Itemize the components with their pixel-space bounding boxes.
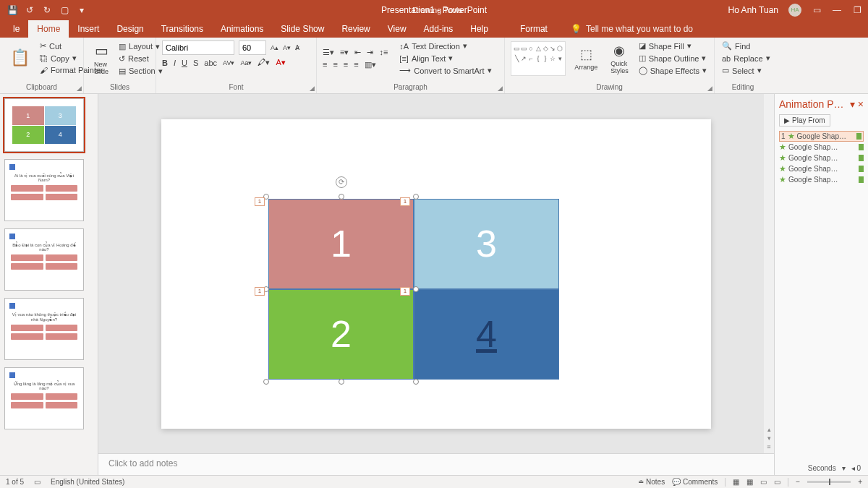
paragraph-dialog-icon[interactable]: ◢: [498, 85, 503, 92]
anim-tag[interactable]: 1: [255, 197, 265, 206]
cell-2[interactable]: 2: [268, 289, 414, 380]
case-button[interactable]: Aa▾: [240, 59, 252, 67]
handle[interactable]: [263, 379, 269, 385]
clipboard-dialog-icon[interactable]: ◢: [77, 85, 82, 92]
shape-effects-button[interactable]: ◯ Shape Effects ▾: [637, 65, 708, 76]
spellcheck-icon[interactable]: ▭: [34, 478, 41, 486]
qat-dropdown-icon[interactable]: ▾: [77, 5, 87, 15]
anim-tag[interactable]: 1: [400, 287, 410, 296]
tab-file[interactable]: le: [4, 20, 28, 38]
tab-view[interactable]: View: [379, 20, 415, 38]
handle[interactable]: [339, 379, 344, 385]
replace-button[interactable]: ab Replace ▾: [720, 53, 765, 64]
anim-item-3[interactable]: ★Google Shap…: [779, 153, 864, 163]
thumbnail-1[interactable]: 1 3 2 4: [4, 98, 84, 152]
italic-button[interactable]: I: [174, 59, 176, 67]
arrange-button[interactable]: ⬚Arrange: [570, 45, 602, 72]
paste-button[interactable]: 📋: [6, 47, 34, 69]
strike-button[interactable]: abc: [204, 59, 217, 67]
cell-3[interactable]: 3: [414, 199, 559, 289]
grow-font-icon[interactable]: A▴: [271, 44, 278, 51]
thumbnail-2[interactable]: Ai là vị vua cuối cùng của Việt Nam?: [4, 159, 84, 221]
save-icon[interactable]: 💾: [7, 5, 17, 15]
anim-tag[interactable]: 1: [400, 197, 410, 206]
font-select[interactable]: [162, 40, 234, 55]
clear-format-icon[interactable]: A̷: [295, 44, 299, 51]
highlight-button[interactable]: 🖍▾: [258, 58, 270, 67]
tab-addins[interactable]: Add-ins: [415, 20, 462, 38]
zoom-out-icon[interactable]: −: [796, 478, 800, 486]
avatar[interactable]: HA: [788, 4, 801, 17]
justify-button[interactable]: ≡: [354, 60, 358, 69]
align-text-button[interactable]: [≡] Align Text ▾: [398, 53, 493, 64]
minimize-icon[interactable]: —: [832, 5, 842, 15]
tab-format[interactable]: Format: [511, 20, 556, 38]
tab-slideshow[interactable]: Slide Show: [272, 20, 333, 38]
language[interactable]: English (United States): [51, 478, 124, 486]
close-icon[interactable]: ▾ ×: [850, 98, 864, 110]
new-slide-button[interactable]: ▭New Slide: [90, 40, 113, 77]
thumbnail-4[interactable]: Vị vua nào không thuộc triều đại nhà Ngu…: [4, 298, 84, 360]
anim-item-5[interactable]: ★Google Shap…: [779, 174, 864, 185]
shrink-font-icon[interactable]: A▾: [283, 44, 291, 51]
smartart-button[interactable]: ⟶ Convert to SmartArt ▾: [398, 65, 493, 76]
undo-icon[interactable]: ↺: [25, 5, 35, 15]
comments-toggle[interactable]: 💬 Comments: [672, 478, 718, 486]
zoom-slider[interactable]: [807, 481, 851, 483]
font-size[interactable]: [239, 40, 266, 55]
restore-icon[interactable]: ❐: [852, 5, 862, 15]
thumbnail-3[interactable]: Bảo Đại là con của vị Hoàng đế nào?: [4, 228, 84, 291]
slideshow-view-icon[interactable]: ▭: [774, 478, 780, 486]
tab-animations[interactable]: Animations: [212, 20, 272, 38]
numbering-button[interactable]: ≡▾: [340, 48, 349, 57]
indent-dec-button[interactable]: ⇤: [354, 48, 361, 57]
reorder-up-icon[interactable]: ◂ 0: [851, 464, 861, 472]
rotate-handle[interactable]: ⟳: [336, 176, 347, 188]
tab-home[interactable]: Home: [28, 20, 69, 38]
anim-item-4[interactable]: ★Google Shap…: [779, 163, 864, 174]
handle[interactable]: [413, 379, 419, 385]
start-icon[interactable]: ▢: [59, 5, 69, 15]
find-button[interactable]: 🔍 Find: [720, 40, 765, 51]
notes-toggle[interactable]: ≐ Notes: [638, 478, 665, 486]
spacing-button[interactable]: AV▾: [223, 59, 234, 67]
columns-button[interactable]: ▥▾: [365, 60, 376, 69]
bullets-button[interactable]: ☰▾: [323, 48, 334, 57]
anim-tag[interactable]: 1: [255, 287, 265, 296]
shape-outline-button[interactable]: ◫ Shape Outline ▾: [637, 53, 708, 64]
vertical-scrollbar[interactable]: ▴▾≡: [764, 94, 774, 453]
align-left-button[interactable]: ≡: [323, 60, 327, 69]
anim-item-1[interactable]: 1★Google Shap…: [779, 131, 864, 142]
ribbon-options-icon[interactable]: ▭: [812, 5, 822, 15]
sorter-view-icon[interactable]: ▦: [746, 478, 753, 486]
align-right-button[interactable]: ≡: [344, 60, 348, 69]
shape-fill-button[interactable]: ◪ Shape Fill ▾: [637, 40, 708, 51]
slide-canvas[interactable]: 1 3 2 4 ⟳ 1 1 1: [98, 94, 774, 453]
notes-pane[interactable]: Click to add notes: [98, 453, 774, 475]
play-from-button[interactable]: ▶ Play From: [779, 114, 830, 127]
shapes-gallery[interactable]: ▭▭○△◇↘⬡ ╲↗⌐{}☆▾: [511, 41, 566, 76]
tab-design[interactable]: Design: [108, 20, 152, 38]
shadow-button[interactable]: S: [193, 59, 198, 67]
cell-4[interactable]: 4: [414, 289, 559, 380]
quick-styles-button[interactable]: ◉Quick Styles: [606, 41, 633, 76]
text-direction-button[interactable]: ↕A Text Direction ▾: [398, 40, 493, 51]
cell-1[interactable]: 1: [268, 199, 414, 289]
reading-view-icon[interactable]: ▭: [760, 478, 767, 486]
tell-me[interactable]: 💡 Tell me what you want to do: [571, 24, 693, 34]
align-center-button[interactable]: ≡: [333, 60, 337, 69]
select-button[interactable]: ▭ Select ▾: [720, 65, 765, 76]
tab-transitions[interactable]: Transitions: [153, 20, 212, 38]
font-color-button[interactable]: A▾: [276, 58, 285, 67]
tab-help[interactable]: Help: [461, 20, 497, 38]
drawing-dialog-icon[interactable]: ◢: [707, 85, 712, 92]
indent-inc-button[interactable]: ⇥: [367, 48, 373, 57]
bold-button[interactable]: B: [162, 59, 168, 67]
zoom-in-icon[interactable]: +: [858, 478, 862, 486]
line-spacing-button[interactable]: ↕≡: [379, 48, 388, 56]
tab-review[interactable]: Review: [333, 20, 378, 38]
anim-item-2[interactable]: ★Google Shap…: [779, 142, 864, 153]
redo-icon[interactable]: ↻: [42, 5, 52, 15]
font-dialog-icon[interactable]: ◢: [310, 85, 315, 92]
normal-view-icon[interactable]: ▦: [733, 478, 739, 486]
